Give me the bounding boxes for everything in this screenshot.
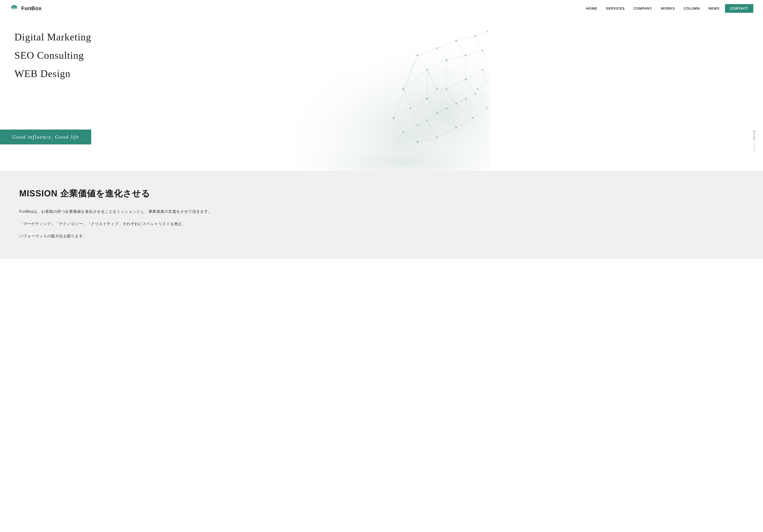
- nav-works[interactable]: WORKS: [657, 5, 678, 12]
- site-header: FunBox HOME SERVICES COMPANY WORKS COLUM…: [0, 0, 763, 17]
- mission-para1: FunBoxは、お客様の持つ企業価値を進化させることをミッションとし、事業推進の…: [19, 208, 744, 215]
- hero-service3: WEB Design: [14, 68, 496, 79]
- hero-service2: SEO Consulting: [14, 50, 496, 61]
- mission-para3: パフォーマンスの最大化を図ります。: [19, 233, 744, 240]
- hero-tagline: Good influence, Good life: [0, 130, 91, 145]
- scroll-indicator: Scroll: [752, 131, 756, 152]
- nav-services[interactable]: SERVICES: [602, 5, 628, 12]
- mission-para2: 「マーケティング」「テクノロジー」「クリエイティブ」それぞれにスペシャリストを抱…: [19, 221, 744, 228]
- mission-title: MISSION 企業価値を進化させる: [19, 188, 744, 200]
- hero-service1: Digital Marketing: [14, 31, 496, 43]
- scroll-label: Scroll: [752, 131, 756, 141]
- hero-section: Digital Marketing SEO Consulting WEB Des…: [0, 17, 763, 171]
- logo-icon: [10, 4, 19, 13]
- hero-text-block: Digital Marketing SEO Consulting WEB Des…: [0, 17, 496, 171]
- mission-body: FunBoxは、お客様の持つ企業価値を進化させることをミッションとし、事業推進の…: [19, 208, 744, 240]
- nav-home[interactable]: HOME: [583, 5, 600, 12]
- nav-contact[interactable]: CONTACT: [725, 4, 753, 13]
- nav-column[interactable]: COLUMN: [680, 5, 703, 12]
- nav-company[interactable]: COMPANY: [630, 5, 656, 12]
- nav-news[interactable]: NEWS: [705, 5, 723, 12]
- mission-section: MISSION 企業価値を進化させる FunBoxは、お客様の持つ企業価値を進化…: [0, 171, 763, 259]
- main-nav: HOME SERVICES COMPANY WORKS COLUMN NEWS …: [583, 4, 753, 13]
- logo-text: FunBox: [21, 5, 42, 12]
- logo-link[interactable]: FunBox: [10, 4, 42, 13]
- scroll-line: [754, 142, 754, 152]
